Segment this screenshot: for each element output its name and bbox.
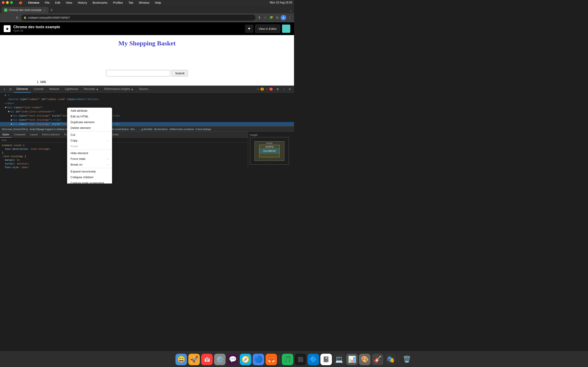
- back-button[interactable]: ←: [2, 15, 7, 20]
- tab-network[interactable]: Network: [46, 86, 62, 93]
- html-line: ▶<li class="text-stylings" style="text-d…: [0, 114, 294, 118]
- tab-close-button[interactable]: ×: [43, 8, 46, 12]
- styles-filter-input[interactable]: [1, 139, 246, 142]
- bottom-split: Styles Computed Layout Event Listeners D…: [0, 131, 294, 168]
- help-menu[interactable]: Help: [154, 1, 163, 4]
- ctx-duplicate-element[interactable]: Duplicate element: [67, 119, 112, 125]
- ctx-edit-as-html[interactable]: Edit as HTML: [67, 114, 112, 119]
- context-menu: Add attribute Edit as HTML Duplicate ele…: [67, 108, 112, 184]
- bookmarks-menu[interactable]: Bookmarks: [91, 1, 109, 4]
- box-border-area: border - - - padding - - - 511.594×23: [254, 141, 284, 161]
- tab-lighthouse[interactable]: Lighthouse: [62, 86, 81, 93]
- panel-tab-styles[interactable]: Styles: [0, 132, 11, 138]
- menu-bar-left: 🍎 Chrome File Edit View History Bookmark…: [2, 1, 162, 4]
- tab-menu[interactable]: Tab: [127, 1, 135, 4]
- tab-source[interactable]: Source…: [136, 86, 153, 93]
- url-bar[interactable]: 🔒 codepen.io/anya91m/full/vYdvNzY: [21, 15, 255, 21]
- box-padding-area: padding - - - 511.594×23: [259, 145, 280, 157]
- ctx-force-state-arrow: ›: [108, 158, 109, 160]
- bc-body[interactable]: body.fullpage.logged-in.sidebar-false: [30, 128, 71, 131]
- ctx-copy-arrow: ›: [108, 139, 109, 142]
- submit-button[interactable]: Submit: [172, 70, 188, 76]
- tab-favicon: ✦: [4, 8, 7, 12]
- view-menu[interactable]: View: [64, 1, 73, 4]
- error-icon: ✕: [266, 88, 268, 91]
- security-lock-icon: 🔒: [23, 16, 27, 19]
- reload-button[interactable]: ↻: [15, 15, 20, 20]
- margin-bottom-value: -: [269, 161, 270, 164]
- tab-console[interactable]: Console: [31, 86, 46, 93]
- padding-right: -: [278, 148, 279, 150]
- tab-recorder[interactable]: Recorder ▲: [81, 86, 102, 93]
- html-panel: ▶ > <button type="submit" id="submit-ite…: [0, 93, 294, 126]
- tab-performance[interactable]: Performance insights ▲: [101, 86, 136, 93]
- ctx-cut[interactable]: Cut: [67, 132, 112, 138]
- menu-bar-right: Mon 15 Aug 16:43: [270, 1, 292, 4]
- ctx-hide-element[interactable]: Hide element: [67, 150, 112, 156]
- url-text: codepen.io/anya91m/full/vYdvNzY: [28, 16, 70, 19]
- html-line: ▶<li class="text-stylings">…</li>: [0, 118, 294, 122]
- ctx-divider-2: [67, 150, 112, 150]
- codepen-title-area: Chrome dev tools example Ayan Ali: [13, 25, 242, 32]
- ctx-break-on[interactable]: Break on ›: [67, 162, 112, 167]
- panel-tab-event-listeners[interactable]: Event Listeners: [40, 132, 62, 138]
- box-model-label: margin: [250, 133, 292, 136]
- element-style-selector: element.style: [2, 144, 22, 147]
- extensions-button[interactable]: 🧩: [269, 15, 274, 20]
- chrome-menu-button[interactable]: ⋮: [287, 15, 292, 20]
- panel-tab-computed[interactable]: Computed: [11, 132, 28, 138]
- user-avatar[interactable]: [282, 25, 290, 33]
- tab-overflow-button[interactable]: ⌄: [289, 9, 292, 12]
- bookmark-button[interactable]: ☆: [263, 15, 268, 20]
- share-button[interactable]: ⬆: [257, 15, 262, 20]
- sidebar-toggle-button[interactable]: ⊟: [275, 15, 280, 20]
- codepen-actions: ♥ View in Editor: [245, 25, 290, 33]
- devtools-inspect-button[interactable]: ⊹: [2, 87, 7, 92]
- html-line-selected: ▶<li class="text-stylings" style="text-d…: [0, 122, 294, 126]
- bc-div-list[interactable]: div.list-items: [154, 128, 168, 131]
- forward-button[interactable]: →: [8, 15, 13, 20]
- list-item-number: 1.: [37, 80, 40, 84]
- history-menu[interactable]: History: [76, 1, 88, 4]
- bc-htm[interactable]: htm…: [130, 128, 137, 131]
- tab-bar: ✦ Chrome dev tools example × + ⌄: [0, 5, 294, 13]
- app-name[interactable]: Chrome: [27, 1, 41, 4]
- heart-button[interactable]: ♥: [245, 25, 253, 33]
- ctx-expand-recursively[interactable]: Expand recursively: [67, 169, 112, 174]
- new-tab-button[interactable]: +: [48, 7, 55, 13]
- apple-menu[interactable]: 🍎: [17, 1, 24, 4]
- ctx-collapse-children[interactable]: Collapse children: [67, 174, 112, 180]
- devtools-overflow-button[interactable]: ⋮: [281, 87, 286, 92]
- content-dimensions: 511.594×23: [263, 150, 275, 152]
- breadcrumb-bar: html.mac.chrome104.js › body.fullpage.lo…: [0, 126, 294, 131]
- shopping-input[interactable]: [106, 70, 170, 76]
- devtools-device-button[interactable]: ⊡: [8, 87, 13, 92]
- box-model-outer: - - - border - - - padding - - - 511.594…: [250, 137, 289, 165]
- ctx-divider-3: [67, 168, 112, 168]
- minimize-window-button[interactable]: [6, 1, 9, 4]
- ctx-delete-element[interactable]: Delete element: [67, 125, 112, 131]
- bc-html[interactable]: html.mac.chrome104.js: [2, 128, 28, 131]
- error-badge: 1: [269, 88, 273, 91]
- bc-g-list[interactable]: …g-list-field: [139, 128, 152, 131]
- devtools-close-button[interactable]: ✕: [287, 87, 292, 92]
- maximize-window-button[interactable]: [10, 1, 13, 4]
- active-tab[interactable]: ✦ Chrome dev tools example ×: [2, 7, 48, 13]
- ctx-force-state[interactable]: Force state ›: [67, 156, 112, 162]
- ctx-capture-screenshot[interactable]: Capture node screenshot: [67, 180, 112, 184]
- tab-elements[interactable]: Elements: [14, 86, 31, 93]
- ctx-copy[interactable]: Copy ›: [67, 138, 112, 143]
- codepen-header: ◈ Chrome dev tools example Ayan Ali ♥ Vi…: [0, 22, 294, 35]
- ctx-add-attribute[interactable]: Add attribute: [67, 108, 112, 114]
- panel-tab-layout[interactable]: Layout: [28, 132, 40, 138]
- account-button[interactable]: A: [281, 15, 286, 20]
- devtools-settings-button[interactable]: ⚙: [275, 87, 280, 92]
- window-menu[interactable]: Window: [137, 1, 151, 4]
- view-in-editor-button[interactable]: View in Editor: [255, 25, 280, 33]
- bc-ol[interactable]: ol#item-lists-container: [170, 128, 194, 131]
- close-window-button[interactable]: [2, 1, 5, 4]
- file-menu[interactable]: File: [43, 1, 51, 4]
- bc-li[interactable]: li.text-stylings: [196, 128, 211, 131]
- profiles-menu[interactable]: Profiles: [112, 1, 124, 4]
- edit-menu[interactable]: Edit: [54, 1, 61, 4]
